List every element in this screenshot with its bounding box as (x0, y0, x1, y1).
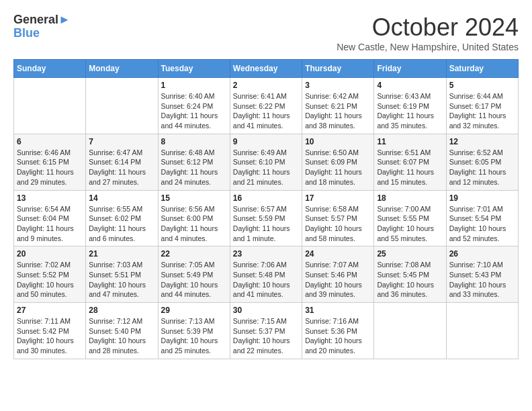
day-number: 22 (161, 249, 227, 259)
day-number: 6 (17, 137, 83, 146)
calendar-week-row: 20Sunrise: 7:02 AM Sunset: 5:52 PM Dayli… (14, 246, 519, 303)
calendar-cell: 14Sunrise: 6:55 AM Sunset: 6:02 PM Dayli… (86, 190, 158, 246)
calendar-cell: 20Sunrise: 7:02 AM Sunset: 5:52 PM Dayli… (14, 246, 86, 303)
day-info: Sunrise: 6:44 AM Sunset: 6:17 PM Dayligh… (449, 91, 515, 131)
day-info: Sunrise: 7:01 AM Sunset: 5:54 PM Dayligh… (449, 204, 515, 244)
day-info: Sunrise: 6:41 AM Sunset: 6:22 PM Dayligh… (233, 91, 299, 131)
calendar-cell: 5Sunrise: 6:44 AM Sunset: 6:17 PM Daylig… (446, 78, 518, 134)
calendar-cell: 31Sunrise: 7:16 AM Sunset: 5:36 PM Dayli… (302, 303, 374, 359)
day-number: 28 (89, 306, 154, 315)
weekday-header-saturday: Saturday (446, 60, 518, 78)
calendar-cell: 12Sunrise: 6:52 AM Sunset: 6:05 PM Dayli… (446, 134, 518, 190)
day-number: 9 (233, 137, 299, 146)
calendar-body: 1Sunrise: 6:40 AM Sunset: 6:24 PM Daylig… (14, 78, 519, 359)
day-number: 19 (449, 193, 515, 203)
calendar-cell: 23Sunrise: 7:06 AM Sunset: 5:48 PM Dayli… (230, 246, 302, 303)
day-info: Sunrise: 6:40 AM Sunset: 6:24 PM Dayligh… (161, 91, 227, 131)
day-number: 15 (161, 193, 227, 203)
weekday-header-sunday: Sunday (14, 60, 86, 78)
calendar-cell: 19Sunrise: 7:01 AM Sunset: 5:54 PM Dayli… (446, 190, 518, 246)
calendar-cell: 1Sunrise: 6:40 AM Sunset: 6:24 PM Daylig… (158, 78, 230, 134)
weekday-header-thursday: Thursday (302, 60, 374, 78)
calendar-cell: 17Sunrise: 6:58 AM Sunset: 5:57 PM Dayli… (302, 190, 374, 246)
location: New Castle, New Hampshire, United States (337, 42, 519, 52)
day-number: 10 (305, 137, 371, 146)
calendar-cell: 18Sunrise: 7:00 AM Sunset: 5:55 PM Dayli… (374, 190, 446, 246)
calendar-cell: 13Sunrise: 6:54 AM Sunset: 6:04 PM Dayli… (14, 190, 86, 246)
day-number: 21 (89, 249, 154, 259)
day-info: Sunrise: 7:16 AM Sunset: 5:36 PM Dayligh… (305, 316, 371, 356)
calendar-cell: 10Sunrise: 6:50 AM Sunset: 6:09 PM Dayli… (302, 134, 374, 190)
day-info: Sunrise: 7:15 AM Sunset: 5:37 PM Dayligh… (233, 316, 299, 356)
day-info: Sunrise: 7:11 AM Sunset: 5:42 PM Dayligh… (17, 316, 83, 356)
day-number: 13 (17, 193, 83, 203)
day-number: 11 (377, 137, 443, 146)
day-info: Sunrise: 6:52 AM Sunset: 6:05 PM Dayligh… (449, 148, 515, 187)
calendar-cell: 26Sunrise: 7:10 AM Sunset: 5:43 PM Dayli… (446, 246, 518, 303)
calendar-header-row: SundayMondayTuesdayWednesdayThursdayFrid… (14, 60, 519, 78)
day-number: 12 (449, 137, 515, 146)
calendar-cell: 24Sunrise: 7:07 AM Sunset: 5:46 PM Dayli… (302, 246, 374, 303)
day-number: 26 (449, 249, 515, 259)
calendar-cell: 6Sunrise: 6:46 AM Sunset: 6:15 PM Daylig… (14, 134, 86, 190)
day-number: 31 (305, 306, 371, 315)
calendar-cell: 9Sunrise: 6:49 AM Sunset: 6:10 PM Daylig… (230, 134, 302, 190)
day-number: 16 (233, 193, 299, 203)
calendar-cell: 27Sunrise: 7:11 AM Sunset: 5:42 PM Dayli… (14, 303, 86, 359)
day-info: Sunrise: 7:06 AM Sunset: 5:48 PM Dayligh… (233, 260, 299, 300)
page-header: General► Blue October 2024 New Castle, N… (13, 13, 519, 52)
day-number: 14 (89, 193, 154, 203)
day-number: 17 (305, 193, 371, 203)
day-number: 8 (161, 137, 227, 146)
day-number: 30 (233, 306, 299, 315)
day-info: Sunrise: 7:02 AM Sunset: 5:52 PM Dayligh… (17, 260, 83, 300)
calendar-cell: 8Sunrise: 6:48 AM Sunset: 6:12 PM Daylig… (158, 134, 230, 190)
logo-text: General► Blue (13, 13, 71, 40)
day-info: Sunrise: 7:12 AM Sunset: 5:40 PM Dayligh… (89, 316, 154, 356)
calendar-week-row: 27Sunrise: 7:11 AM Sunset: 5:42 PM Dayli… (14, 303, 519, 359)
calendar-week-row: 1Sunrise: 6:40 AM Sunset: 6:24 PM Daylig… (14, 78, 519, 134)
day-info: Sunrise: 7:03 AM Sunset: 5:51 PM Dayligh… (89, 260, 154, 300)
calendar-cell: 30Sunrise: 7:15 AM Sunset: 5:37 PM Dayli… (230, 303, 302, 359)
day-number: 23 (233, 249, 299, 259)
day-info: Sunrise: 6:58 AM Sunset: 5:57 PM Dayligh… (305, 204, 371, 244)
day-info: Sunrise: 6:46 AM Sunset: 6:15 PM Dayligh… (17, 148, 83, 187)
day-info: Sunrise: 7:10 AM Sunset: 5:43 PM Dayligh… (449, 260, 515, 300)
day-info: Sunrise: 6:49 AM Sunset: 6:10 PM Dayligh… (233, 148, 299, 187)
day-info: Sunrise: 6:42 AM Sunset: 6:21 PM Dayligh… (305, 91, 371, 131)
day-number: 20 (17, 249, 83, 259)
calendar-cell: 16Sunrise: 6:57 AM Sunset: 5:59 PM Dayli… (230, 190, 302, 246)
weekday-header-tuesday: Tuesday (158, 60, 230, 78)
day-info: Sunrise: 7:05 AM Sunset: 5:49 PM Dayligh… (161, 260, 227, 300)
title-area: October 2024 New Castle, New Hampshire, … (337, 13, 519, 52)
calendar-cell (86, 78, 158, 134)
calendar-cell: 15Sunrise: 6:56 AM Sunset: 6:00 PM Dayli… (158, 190, 230, 246)
day-info: Sunrise: 7:07 AM Sunset: 5:46 PM Dayligh… (305, 260, 371, 300)
calendar-cell: 28Sunrise: 7:12 AM Sunset: 5:40 PM Dayli… (86, 303, 158, 359)
day-number: 3 (305, 81, 371, 90)
day-info: Sunrise: 7:00 AM Sunset: 5:55 PM Dayligh… (377, 204, 443, 244)
calendar-cell: 25Sunrise: 7:08 AM Sunset: 5:45 PM Dayli… (374, 246, 446, 303)
day-number: 24 (305, 249, 371, 259)
day-info: Sunrise: 7:08 AM Sunset: 5:45 PM Dayligh… (377, 260, 443, 300)
calendar-cell (446, 303, 518, 359)
calendar-cell: 29Sunrise: 7:13 AM Sunset: 5:39 PM Dayli… (158, 303, 230, 359)
calendar-cell (14, 78, 86, 134)
day-number: 4 (377, 81, 443, 90)
day-number: 27 (17, 306, 83, 315)
weekday-header-friday: Friday (374, 60, 446, 78)
day-info: Sunrise: 6:47 AM Sunset: 6:14 PM Dayligh… (89, 148, 154, 187)
day-number: 18 (377, 193, 443, 203)
calendar-cell: 7Sunrise: 6:47 AM Sunset: 6:14 PM Daylig… (86, 134, 158, 190)
day-number: 7 (89, 137, 154, 146)
calendar-cell: 2Sunrise: 6:41 AM Sunset: 6:22 PM Daylig… (230, 78, 302, 134)
day-info: Sunrise: 6:43 AM Sunset: 6:19 PM Dayligh… (377, 91, 443, 131)
day-info: Sunrise: 6:56 AM Sunset: 6:00 PM Dayligh… (161, 204, 227, 244)
logo: General► Blue (13, 13, 71, 40)
day-info: Sunrise: 6:50 AM Sunset: 6:09 PM Dayligh… (305, 148, 371, 187)
calendar-cell: 3Sunrise: 6:42 AM Sunset: 6:21 PM Daylig… (302, 78, 374, 134)
day-info: Sunrise: 6:54 AM Sunset: 6:04 PM Dayligh… (17, 204, 83, 244)
calendar-week-row: 13Sunrise: 6:54 AM Sunset: 6:04 PM Dayli… (14, 190, 519, 246)
weekday-header-monday: Monday (86, 60, 158, 78)
day-number: 25 (377, 249, 443, 259)
